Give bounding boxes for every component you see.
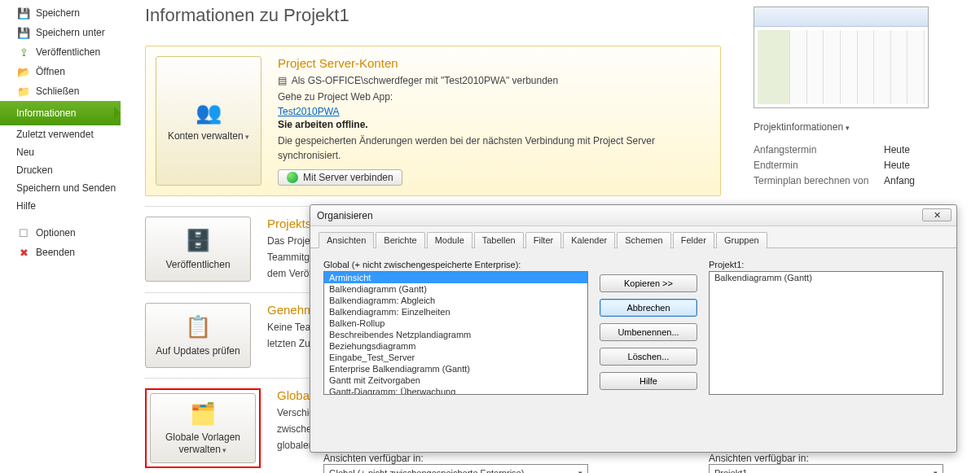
cancel-button[interactable]: Abbrechen <box>600 299 697 317</box>
check-updates-button[interactable]: 📋 Auf Updates prüfen <box>145 303 251 368</box>
nav-options-label: Optionen <box>36 227 76 239</box>
nav-help[interactable]: Hilfe <box>0 197 121 215</box>
list-item[interactable]: Beziehungsdiagramm <box>324 340 587 352</box>
manage-global-templates-button[interactable]: 🗂️ Globale Vorlagen verwalten <box>150 393 256 463</box>
nav-exit[interactable]: ✖Beenden <box>0 243 121 262</box>
nav-help-label: Hilfe <box>16 200 36 212</box>
accounts-section: Project Server-Konten ▤ Als GS-OFFICE\sc… <box>278 56 710 186</box>
tab-filter[interactable]: Filter <box>525 232 561 248</box>
nav-open[interactable]: 📂Öffnen <box>0 62 121 81</box>
nav-save-send-label: Speichern und Senden <box>16 182 116 194</box>
accounts-goto: Gehe zu Project Web App: <box>278 90 710 104</box>
right-listbox[interactable]: Balkendiagramm (Gantt) <box>709 271 943 395</box>
left-available-combo[interactable]: Global (+ nicht zwischengespeicherte Ent… <box>323 464 588 473</box>
project-info-value: Heute <box>884 160 910 171</box>
nav-save-send[interactable]: Speichern und Senden <box>0 179 121 197</box>
options-icon: ☐ <box>16 226 31 239</box>
project-info-value: Anfang <box>884 175 915 186</box>
nav-close[interactable]: 📁Schließen <box>0 81 121 101</box>
nav-recent-label: Zuletzt verwendet <box>16 129 94 140</box>
list-item[interactable]: Gantt-Diagramm: Überwachung <box>324 386 587 395</box>
list-item[interactable]: Balkendiagramm: Abgleich <box>324 295 587 306</box>
publish-server-icon: 🗄️ <box>185 228 211 254</box>
list-item[interactable]: Gantt mit Zeitvorgaben <box>324 374 587 386</box>
nav-exit-label: Beenden <box>36 247 75 258</box>
connect-server-label: Mit Server verbinden <box>303 172 393 183</box>
save-icon: 💾 <box>16 7 31 20</box>
left-avail-label: Ansichten verfügbar in: <box>323 453 588 464</box>
tab-ansichten[interactable]: Ansichten <box>319 232 374 248</box>
accounts-sync: Die gespeicherten Änderungen werden bei … <box>278 134 710 163</box>
accounts-connected: Als GS-OFFICE\schwerdfeger mit "Test2010… <box>292 75 559 86</box>
nav-save-label: Speichern <box>36 7 80 19</box>
nav-print-label: Drucken <box>16 164 53 176</box>
nav-information[interactable]: Informationen <box>0 101 121 125</box>
tab-tabellen[interactable]: Tabellen <box>474 232 524 248</box>
list-item[interactable]: Balken-Rollup <box>324 318 587 329</box>
nav-recent[interactable]: Zuletzt verwendet <box>0 125 121 143</box>
right-available-combo[interactable]: Projekt1 <box>709 464 943 473</box>
manage-accounts-button[interactable]: 👥 Konten verwalten <box>156 56 261 186</box>
nav-new[interactable]: Neu <box>0 143 121 161</box>
nav-print[interactable]: Drucken <box>0 161 121 179</box>
close-x-icon: ✕ <box>934 210 941 221</box>
project-preview <box>754 7 929 108</box>
nav-options[interactable]: ☐Optionen <box>0 223 121 243</box>
help-button[interactable]: Hilfe <box>600 372 697 390</box>
nav-save[interactable]: 💾Speichern <box>0 3 121 23</box>
tab-schemen[interactable]: Schemen <box>617 232 670 248</box>
project-info-key: Terminplan berechnen von <box>754 175 884 186</box>
right-avail-label: Ansichten verfügbar in: <box>709 453 943 464</box>
list-item[interactable]: Balkendiagramm: Einzelheiten <box>324 306 587 318</box>
list-item[interactable]: Arminsicht <box>324 272 587 283</box>
globe-icon <box>287 172 298 183</box>
tab-berichte[interactable]: Berichte <box>376 232 424 248</box>
global-templates-icon: 🗂️ <box>190 401 216 427</box>
nav-open-label: Öffnen <box>36 66 65 77</box>
project-info-key: Endtermin <box>754 160 884 171</box>
check-updates-icon: 📋 <box>185 314 211 340</box>
exit-icon: ✖ <box>16 246 31 259</box>
list-item[interactable]: Balkendiagramm (Gantt) <box>710 272 943 283</box>
nav-close-label: Schließen <box>36 85 79 97</box>
save-as-icon: 💾 <box>16 26 31 39</box>
nav-publish[interactable]: ⇪Veröffentlichen <box>0 42 121 62</box>
project-info-row: Terminplan berechnen vonAnfang <box>754 175 965 186</box>
accounts-offline: Sie arbeiten offline. <box>278 117 710 132</box>
nav-save-as[interactable]: 💾Speichern unter <box>0 23 121 42</box>
dialog-close-button[interactable]: ✕ <box>922 208 951 221</box>
organizer-right-column: Projekt1: Balkendiagramm (Gantt) <box>709 260 943 440</box>
list-item[interactable]: Eingabe_Test_Server <box>324 352 587 363</box>
tab-felder[interactable]: Felder <box>673 232 714 248</box>
left-listbox[interactable]: ArminsichtBalkendiagramm (Gantt)Balkendi… <box>323 271 588 395</box>
publish-button-label: Veröffentlichen <box>165 259 230 271</box>
rename-button[interactable]: Umbenennen... <box>600 323 697 341</box>
accounts-icon: 👥 <box>196 99 222 125</box>
nav-information-label: Informationen <box>16 107 76 119</box>
publish-icon: ⇪ <box>16 46 31 59</box>
delete-button[interactable]: Löschen... <box>600 348 697 366</box>
nav-publish-label: Veröffentlichen <box>36 46 100 58</box>
publish-button[interactable]: 🗄️ Veröffentlichen <box>145 217 251 282</box>
list-item[interactable]: Enterprise Balkendiagramm (Gantt) <box>324 363 587 374</box>
nav-new-label: Neu <box>16 147 34 158</box>
backstage-nav: 💾Speichern 💾Speichern unter ⇪Veröffentli… <box>0 0 121 473</box>
accounts-doc-icon: ▤ <box>278 73 289 88</box>
project-info-value: Heute <box>884 144 910 155</box>
list-item[interactable]: Beschreibendes Netzplandiagramm <box>324 329 587 340</box>
list-item[interactable]: Balkendiagramm (Gantt) <box>324 283 587 295</box>
accounts-pwa-link[interactable]: Test2010PWA <box>278 106 340 117</box>
organize-dialog: Organisieren ✕ AnsichtenBerichteModuleTa… <box>310 204 957 453</box>
tab-module[interactable]: Module <box>427 232 472 248</box>
tab-gruppen[interactable]: Gruppen <box>716 232 767 248</box>
copy-button[interactable]: Kopieren >> <box>600 274 697 292</box>
project-info-dropdown[interactable]: Projektinformationen <box>754 121 965 133</box>
close-icon: 📁 <box>16 85 31 98</box>
dialog-title: Organisieren <box>310 205 956 226</box>
tab-kalender[interactable]: Kalender <box>563 232 615 248</box>
organizer-button-column: Kopieren >> Abbrechen Umbenennen... Lösc… <box>600 260 697 440</box>
global-templates-highlight: 🗂️ Globale Vorlagen verwalten <box>145 388 261 468</box>
open-icon: 📂 <box>16 65 31 78</box>
connect-server-button[interactable]: Mit Server verbinden <box>278 169 402 186</box>
project-info-row: EndterminHeute <box>754 160 965 171</box>
